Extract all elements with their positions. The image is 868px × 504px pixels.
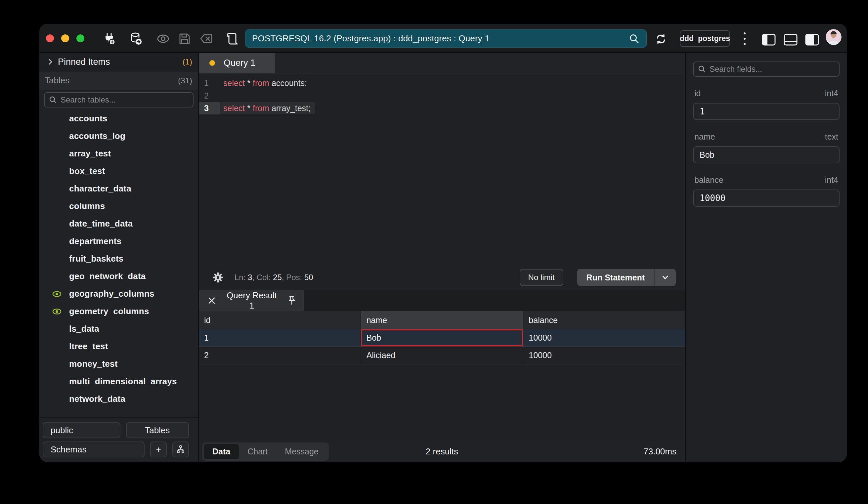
result-cell[interactable]: Aliciaed	[361, 347, 524, 364]
schema-diagram-icon[interactable]	[172, 441, 189, 458]
sidebar-table-item[interactable]: accounts	[39, 110, 198, 127]
window-title-search[interactable]: POSTGRESQL 16.2 (Postgres.app) : ddd_pos…	[245, 29, 647, 48]
result-cell[interactable]: 10000	[523, 347, 685, 364]
table-name: character_data	[69, 183, 131, 194]
field-value-input[interactable]: 10000	[693, 189, 839, 207]
minimize-window-button[interactable]	[61, 34, 69, 42]
sql-editor[interactable]: 1select * from accounts;23select * from …	[199, 73, 685, 265]
schema-selector-button[interactable]: public	[43, 422, 121, 438]
save-icon[interactable]	[177, 31, 192, 46]
result-tab-label: Query Result 1	[224, 290, 280, 311]
tab-data[interactable]: Data	[204, 444, 239, 459]
connection-button[interactable]: ddd_postgres	[680, 30, 730, 47]
table-name: money_test	[69, 359, 118, 369]
search-icon	[49, 96, 57, 104]
sidebar-table-item[interactable]: character_data	[39, 180, 198, 197]
zoom-window-button[interactable]	[76, 34, 84, 42]
no-limit-button[interactable]: No limit	[520, 269, 564, 286]
sidebar-table-item[interactable]: money_test	[39, 355, 198, 373]
sidebar-table-item[interactable]: date_time_data	[39, 215, 198, 232]
result-cell[interactable]: 10000	[523, 329, 685, 346]
result-cell[interactable]: Bob	[361, 329, 524, 346]
object-type-selector-button[interactable]: Tables	[126, 422, 189, 438]
tab-query-1[interactable]: Query 1	[199, 53, 275, 73]
code-line[interactable]: select * from accounts;	[220, 78, 307, 88]
sidebar-table-item[interactable]: ls_data	[39, 320, 198, 338]
tables-section-label: Tables	[45, 75, 178, 86]
main-area: Query 1 1select * from accounts;23select…	[199, 53, 685, 462]
sql-scroll-icon[interactable]	[224, 31, 239, 46]
tables-list[interactable]: accountsaccounts_logarray_testbox_testch…	[39, 110, 198, 417]
run-options-chevron-icon[interactable]	[654, 269, 676, 286]
result-tab-bar: Query Result 1	[199, 290, 685, 311]
table-icon	[52, 167, 62, 176]
tables-search-box[interactable]	[44, 92, 194, 107]
line-number: 1	[199, 77, 220, 89]
column-header-id[interactable]: id	[199, 311, 361, 329]
user-avatar[interactable]	[826, 29, 841, 45]
tab-chart[interactable]: Chart	[239, 444, 276, 459]
toggle-bottom-panel-icon[interactable]	[783, 32, 798, 47]
sidebar-table-item[interactable]: geometry_columns	[39, 303, 198, 320]
tab-message[interactable]: Message	[276, 444, 327, 459]
table-icon	[52, 412, 62, 417]
table-icon	[52, 202, 62, 211]
schemas-button[interactable]: Schemas	[43, 441, 145, 458]
pinned-items-label: Pinned Items	[58, 57, 183, 67]
field-type: int4	[825, 88, 838, 98]
result-row[interactable]: 2Aliciaed10000	[199, 347, 685, 365]
toggle-right-panel-icon[interactable]	[805, 32, 820, 47]
sidebar-table-item[interactable]: geo_network_data	[39, 267, 198, 285]
sidebar-table-item[interactable]: multi_dimensional_arrays	[39, 373, 198, 390]
pinned-items-section[interactable]: Pinned Items (1)	[39, 53, 198, 71]
field-value-input[interactable]: 1	[693, 103, 839, 120]
column-header-name[interactable]: name	[361, 311, 524, 329]
close-result-icon[interactable]	[207, 296, 216, 305]
field-type: text	[825, 132, 838, 141]
fields-search-box[interactable]	[693, 62, 839, 77]
column-header-balance[interactable]: balance	[523, 311, 685, 329]
run-statement-button[interactable]: Run Statement	[577, 269, 676, 286]
result-cell[interactable]: 1	[199, 329, 361, 346]
editor-settings-gear-icon[interactable]	[212, 272, 224, 283]
sidebar-table-item[interactable]: accounts_log	[39, 127, 198, 145]
sidebar-table-item[interactable]: fruit_baskets	[39, 250, 198, 267]
result-header-row: idnamebalance	[199, 311, 685, 329]
table-name: date_time_data	[69, 219, 133, 229]
sidebar-table-item[interactable]: departments	[39, 232, 198, 250]
sidebar-table-item[interactable]: network_data	[39, 390, 198, 408]
sidebar-table-item[interactable]: geography_columns	[39, 285, 198, 303]
add-button[interactable]: +	[150, 441, 167, 458]
tab-query-result-1[interactable]: Query Result 1	[199, 290, 304, 311]
field-value-input[interactable]: Bob	[693, 146, 839, 164]
sidebar-table-item[interactable]	[39, 408, 198, 417]
close-window-button[interactable]	[46, 34, 54, 42]
unsaved-indicator-icon	[209, 60, 215, 66]
database-export-icon[interactable]	[128, 31, 143, 46]
table-icon	[52, 132, 62, 140]
refresh-icon[interactable]	[653, 31, 669, 46]
tables-search-input[interactable]	[61, 95, 189, 105]
sidebar-table-item[interactable]: columns	[39, 197, 198, 215]
sidebar-table-item[interactable]: ltree_test	[39, 338, 198, 355]
result-cell[interactable]: 2	[199, 347, 361, 364]
search-icon[interactable]	[629, 33, 640, 44]
pin-result-icon[interactable]	[288, 295, 296, 306]
sidebar-table-item[interactable]: box_test	[39, 162, 198, 180]
line-number: 3	[199, 102, 220, 114]
table-icon	[52, 184, 62, 193]
more-options-icon[interactable]	[741, 32, 748, 45]
preview-eye-icon[interactable]	[155, 31, 171, 46]
field-group-id: idint41	[693, 88, 839, 120]
sidebar-table-item[interactable]: array_test	[39, 145, 198, 162]
result-row[interactable]: 1Bob10000	[199, 329, 685, 347]
field-group-name: nametextBob	[693, 132, 839, 164]
table-name: ls_data	[69, 324, 99, 334]
fields-search-input[interactable]	[710, 64, 835, 74]
code-line[interactable]: select * from array_test;	[220, 104, 315, 113]
clear-backspace-icon[interactable]	[199, 31, 214, 46]
new-connection-icon[interactable]	[102, 31, 117, 46]
table-name: ltree_test	[69, 341, 108, 351]
toggle-left-panel-icon[interactable]	[761, 32, 776, 47]
run-statement-label[interactable]: Run Statement	[577, 269, 654, 286]
